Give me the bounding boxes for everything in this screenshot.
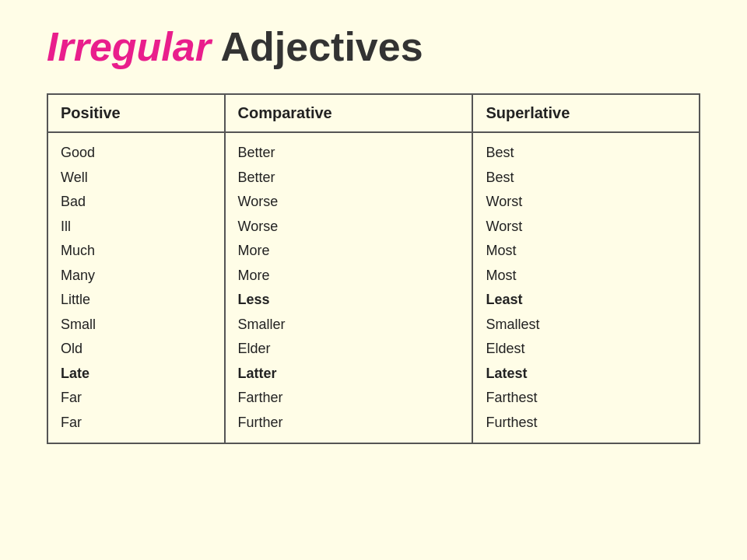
list-item: Elder — [238, 337, 460, 362]
list-item: Bad — [61, 190, 212, 215]
list-item: Farther — [238, 386, 460, 411]
list-item: Most — [486, 239, 686, 264]
header-comparative: Comparative — [225, 94, 473, 132]
list-item: More — [238, 264, 460, 289]
list-item: Better — [238, 141, 460, 166]
list-item: Old — [61, 337, 212, 362]
list-item: Ill — [61, 215, 212, 240]
header-positive: Positive — [47, 94, 225, 132]
positive-cell-content: GoodWellBadIllMuchManyLittleSmallOldLate… — [61, 133, 212, 443]
list-item: Further — [238, 411, 460, 436]
list-item: Far — [61, 411, 212, 436]
superlative-cell-content: BestBestWorstWorstMostMostLeastSmallestE… — [486, 133, 686, 443]
list-item: Worse — [238, 190, 460, 215]
list-item: Better — [238, 166, 460, 191]
comparative-cell-content: BetterBetterWorseWorseMoreMoreLessSmalle… — [238, 133, 460, 443]
title-irregular: Irregular — [47, 24, 211, 69]
superlative-column: BestBestWorstWorstMostMostLeastSmallestE… — [472, 132, 700, 443]
list-item: Worse — [238, 215, 460, 240]
table-data-row: GoodWellBadIllMuchManyLittleSmallOldLate… — [47, 132, 700, 443]
table-header-row: Positive Comparative Superlative — [47, 94, 700, 132]
list-item: Most — [486, 264, 686, 289]
list-item: Least — [486, 288, 686, 313]
comparative-column: BetterBetterWorseWorseMoreMoreLessSmalle… — [225, 132, 473, 443]
list-item: Worst — [486, 215, 686, 240]
list-item: More — [238, 239, 460, 264]
list-item: Worst — [486, 190, 686, 215]
list-item: Smaller — [238, 313, 460, 338]
list-item: Far — [61, 386, 212, 411]
list-item: Small — [61, 313, 212, 338]
list-item: Less — [238, 288, 460, 313]
list-item: Good — [61, 141, 212, 166]
title-adjectives: Adjectives — [211, 24, 423, 69]
list-item: Latter — [238, 362, 460, 387]
list-item: Late — [61, 362, 212, 387]
list-item: Many — [61, 264, 212, 289]
list-item: Latest — [486, 362, 686, 387]
list-item: Best — [486, 141, 686, 166]
list-item: Best — [486, 166, 686, 191]
list-item: Little — [61, 288, 212, 313]
list-item: Much — [61, 239, 212, 264]
list-item: Smallest — [486, 313, 686, 338]
list-item: Furthest — [486, 411, 686, 436]
title-container: Irregular Adjectives — [47, 23, 700, 70]
list-item: Well — [61, 166, 212, 191]
adjectives-table: Positive Comparative Superlative GoodWel… — [47, 93, 700, 444]
positive-column: GoodWellBadIllMuchManyLittleSmallOldLate… — [47, 132, 225, 443]
list-item: Eldest — [486, 337, 686, 362]
header-superlative: Superlative — [472, 94, 700, 132]
list-item: Farthest — [486, 386, 686, 411]
